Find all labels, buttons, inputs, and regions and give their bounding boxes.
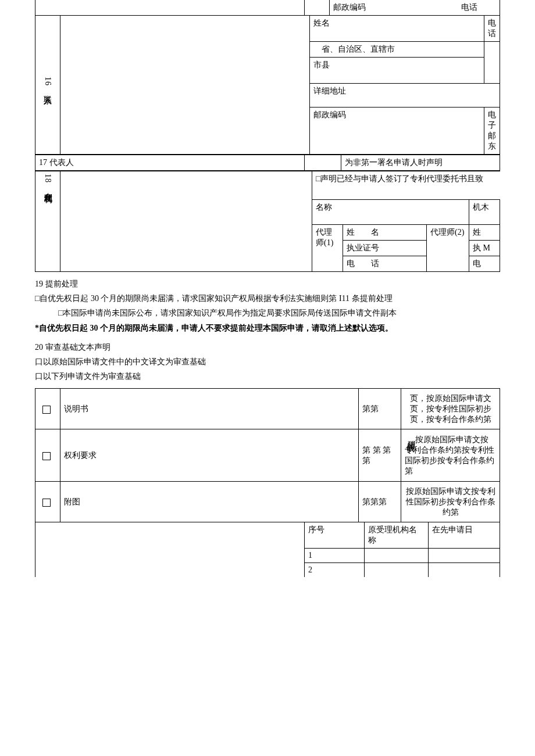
email-label: 电子邮东: [484, 108, 500, 155]
address-label: 详细地址: [309, 84, 500, 108]
agent2-license-label: 执 M: [469, 241, 500, 256]
seq-header: 序号: [305, 522, 365, 549]
section-18-header: 18 专利代理机构: [42, 174, 53, 189]
fig-label: 附图: [60, 482, 359, 522]
agent1-label: 代理师(1): [312, 225, 343, 272]
fig-desc: 按原始国际申请文按专利性国际初步按专利合作条约第: [401, 482, 500, 522]
section-17-table: 17 代表人 为非第一署名申请人时声明: [35, 155, 500, 171]
date-header: 在先申请日: [429, 522, 500, 549]
date-2[interactable]: [429, 563, 500, 578]
section-16-table: 16 联系人 姓名 电话 省、自治区、直辖市 市县 详细地址 邮政编码 电子邮东: [35, 16, 500, 155]
postcode-label-16: 邮政编码: [309, 108, 484, 155]
agency-org-label: 机木: [469, 200, 500, 225]
agent2-name-label: 姓: [469, 225, 500, 241]
agent1-license-label: 执业证号: [343, 241, 427, 256]
org-header: 原受理机构名称: [365, 522, 429, 549]
claim-label: 权利要求: [60, 429, 359, 482]
spec-desc: 页，按原始国际申请文页，按专利性国际初步页，按专利合作条约第: [401, 389, 500, 429]
agent2-phone-label: 电: [469, 256, 500, 272]
claim-desc: 按原始国际申请文按专利合作条约第按专利性国际初步按专利合作条约第: [405, 435, 494, 475]
org-1[interactable]: [365, 549, 429, 563]
city-label: 市县: [309, 58, 484, 84]
phone-label: 电话: [458, 0, 500, 16]
section-16-header: 16 联系人: [42, 77, 53, 91]
s18-blank: [60, 171, 312, 272]
agent2-label: 代理师(2): [427, 225, 469, 272]
claim-desc-cell: 现吸叫吸 按原始国际申请文按专利合作条约第按专利性国际初步按专利合作条约第: [401, 429, 500, 482]
province-blank[interactable]: [484, 42, 500, 84]
fig-checkbox-cell[interactable]: [35, 482, 60, 522]
s18-declaration-text: 声明已经与申请人签订了专利代理委托书且致: [320, 174, 483, 183]
spec-label: 说明书: [60, 389, 359, 429]
agency-name-label: 名称: [312, 200, 469, 225]
s20-opt2[interactable]: 口以下列申请文件为审查基础: [35, 369, 500, 384]
fig-pages: 第第第: [359, 482, 401, 522]
section-16-blank: [60, 16, 309, 155]
s19-line2[interactable]: □本国际申请尚未国际公布，请求国家知识产权局作为指定局要求国际局传送国际申请文件…: [35, 306, 500, 320]
s19-note: *自优先权日起 30 个月的期限尚未届满，申请人不要求提前处理本国际申请，请取消…: [35, 321, 500, 335]
agent1-phone-label: 电 话: [343, 256, 427, 272]
priority-table: 序号 原受理机构名称 在先申请日 1 2: [35, 522, 500, 577]
s17-declaration: 为非第一署名申请人时声明: [341, 155, 500, 171]
date-1[interactable]: [429, 549, 500, 563]
claim-pages: 第 第 第第: [359, 429, 401, 482]
claim-checkbox-cell[interactable]: [35, 429, 60, 482]
contact-name-label: 姓名: [309, 16, 484, 42]
agent1-name-label: 姓 名: [343, 225, 427, 241]
seq-2: 2: [305, 563, 365, 578]
top-blank-cell2: [305, 0, 330, 16]
spec-pages: 第第: [359, 389, 401, 429]
section-20-table: 说明书 第第 页，按原始国际申请文页，按专利性国际初步页，按专利合作条约第 权利…: [35, 388, 500, 522]
s20-opt1[interactable]: 口以原始国际申请文件中的中文译文为审查基础: [35, 354, 500, 369]
postcode-label: 邮政编码: [330, 0, 458, 16]
org-2[interactable]: [365, 563, 429, 578]
s17-blank: [305, 155, 341, 171]
spec-checkbox-cell[interactable]: [35, 389, 60, 429]
seq-1: 1: [305, 549, 365, 563]
priority-blank: [35, 522, 305, 577]
top-blank-cell: [35, 0, 305, 16]
section-20-header: 20 审查基础文本声明: [35, 340, 500, 354]
contact-phone-label: 电话: [484, 16, 500, 42]
s19-line1[interactable]: □自优先权日起 30 个月的期限尚未届满，请求国家知识产权局根据专利法实施细则第…: [35, 291, 500, 306]
province-label: 省、自治区、直辖市: [309, 42, 484, 58]
top-row-table: 邮政编码 电话: [35, 0, 500, 16]
section-19-header: 19 提前处理: [35, 277, 500, 291]
s18-declaration-row[interactable]: □声明已经与申请人签订了专利代理委托书且致: [312, 171, 500, 200]
section-18-table: 18 专利代理机构 □声明已经与申请人签订了专利代理委托书且致 名称 机木 代理…: [35, 171, 500, 272]
claim-side: 现吸叫吸: [405, 435, 415, 439]
section-17-header: 17 代表人: [35, 155, 305, 171]
